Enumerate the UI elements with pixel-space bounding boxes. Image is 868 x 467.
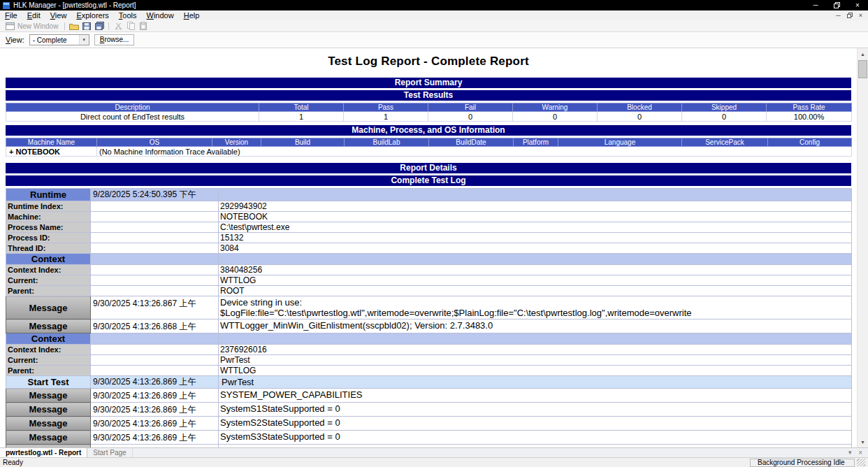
mdi-close-icon[interactable]: × [859, 13, 862, 19]
app-icon [3, 2, 10, 9]
column-header: Version [212, 138, 261, 147]
log-row-field: Process ID:15132 [6, 233, 852, 243]
machine-row: + NOTEBOOK(No Machine Information Trace … [6, 147, 852, 157]
menu-help[interactable]: Help [179, 11, 205, 20]
machine-name-expander[interactable]: + NOTEBOOK [6, 147, 97, 157]
vertical-scrollbar[interactable]: ▲ ▼ [857, 48, 868, 447]
app-window: HLK Manager - [pwrtestlog.wtl - Report] … [0, 0, 868, 467]
column-header: Pass Rate [767, 103, 852, 112]
cut-button[interactable] [112, 21, 124, 31]
result-cell: 0 [428, 112, 513, 122]
copy-button[interactable] [124, 21, 137, 31]
menu-explorers[interactable]: Explorers [71, 11, 113, 20]
browse-button[interactable]: Browse... [94, 34, 135, 45]
column-header: BuildLab [345, 138, 429, 147]
tabstrip-controls: ▼ × [847, 448, 868, 457]
log-row-starttest: Start Test9/30/2025 4:13:26.869 上午PwrTes… [6, 376, 852, 389]
menu-tools[interactable]: Tools [114, 11, 142, 20]
mdi-restore-icon[interactable] [847, 13, 853, 18]
menu-view[interactable]: View [45, 11, 72, 20]
log-value-cell [219, 189, 852, 201]
log-label-cell: Process Name: [6, 222, 91, 233]
menu-edit[interactable]: Edit [22, 11, 45, 20]
chevron-down-icon[interactable]: ▼ [79, 35, 89, 45]
log-time-cell: 9/30/2025 4:13:26.869 上午 [91, 445, 219, 448]
tab-start-page[interactable]: Start Page [87, 448, 132, 457]
column-header: Blocked [598, 103, 682, 112]
log-label-cell: Parent: [6, 286, 91, 296]
background-processing-text: Background Processing Idle [758, 459, 845, 466]
log-value-cell: PwrTest [219, 355, 852, 366]
log-value-cell: 2929943902 [219, 201, 852, 212]
log-label-cell: Runtime [6, 189, 91, 201]
result-cell: 1 [344, 112, 428, 122]
log-row-field: Thread ID:3084 [6, 243, 852, 254]
statusbar: Ready Background Processing Idle [0, 457, 868, 467]
log-row-message: Message9/30/2025 4:13:26.869 上午SYSTEM_PO… [6, 389, 852, 403]
machine-info-header: Machine, Process, and OS Information [6, 125, 851, 136]
restore-button[interactable] [826, 0, 847, 10]
log-label-cell: Context [6, 254, 91, 265]
column-header: Fail [428, 103, 513, 112]
column-header: Description [6, 103, 259, 112]
log-time-cell [91, 366, 219, 376]
column-header: BuildDate [429, 138, 514, 147]
log-row-section: Context [6, 333, 852, 345]
log-value-cell: SystemS4StateSupported = 1 [219, 445, 852, 448]
log-value-cell: 384048256 [219, 265, 852, 275]
log-row-field: Current:WTTLOG [6, 275, 852, 286]
log-value-cell: SystemS2StateSupported = 0 [219, 417, 852, 431]
close-button[interactable]: × [847, 0, 868, 10]
column-header: Build [261, 138, 345, 147]
log-time-cell [91, 212, 219, 222]
log-label-cell: Context Index: [6, 265, 91, 275]
column-header: OS [97, 138, 212, 147]
log-row-message: Message9/30/2025 4:13:26.869 上午SystemS2S… [6, 417, 852, 431]
open-file-button[interactable] [68, 21, 80, 31]
window-title: HLK Manager - [pwrtestlog.wtl - Report] [13, 1, 136, 9]
column-header: Config [768, 138, 852, 147]
log-time-cell: 9/28/2025 5:24:50.395 下午 [91, 189, 219, 201]
document-tabstrip: pwrtestlog.wtl - ReportStart Page ▼ × [0, 447, 868, 457]
tab-pwrtestlog-wtl-report[interactable]: pwrtestlog.wtl - Report [0, 448, 87, 457]
mdi-minimize-icon[interactable]: ─ [836, 13, 840, 19]
log-row-field: Context Index:384048256 [6, 265, 852, 275]
minimize-button[interactable]: ─ [805, 0, 826, 10]
save-all-button[interactable] [93, 21, 106, 31]
machine-header-row: Machine NameOSVersionBuildBuildLabBuildD… [6, 138, 852, 147]
tabstrip-tabs: pwrtestlog.wtl - ReportStart Page [0, 448, 133, 457]
background-processing-panel: Background Processing Idle [750, 459, 855, 467]
log-time-cell [91, 286, 219, 296]
machine-info-table: Machine NameOSVersionBuildBuildLabBuildD… [6, 138, 852, 157]
report-details-header: Report Details [6, 163, 851, 173]
scrollbar-thumb[interactable] [858, 60, 867, 78]
log-label-cell: Message [6, 417, 91, 431]
log-label-cell: Current: [6, 275, 91, 286]
close-tab-icon[interactable]: × [858, 450, 862, 457]
log-value-cell [219, 333, 852, 345]
view-select[interactable]: - Complete ▼ [29, 34, 89, 45]
result-cell: 1 [259, 112, 344, 122]
log-time-cell [91, 265, 219, 275]
cut-icon [115, 22, 122, 30]
result-cell: Direct count of EndTest results [6, 112, 259, 122]
paste-button[interactable] [137, 21, 150, 31]
new-window-button[interactable]: New Window [2, 22, 62, 30]
tab-list-chevron-icon[interactable]: ▼ [847, 450, 853, 456]
log-label-cell: Message [6, 403, 91, 417]
log-label-cell: Process ID: [6, 233, 91, 243]
log-label-cell: Start Test [6, 376, 91, 389]
menu-file[interactable]: File [0, 11, 22, 20]
scroll-down-arrow-icon[interactable]: ▼ [858, 436, 868, 447]
test-results-header-row: DescriptionTotalPassFailWarningBlockedSk… [6, 103, 852, 112]
new-window-label: New Window [17, 22, 58, 30]
toolbar-separator [64, 22, 65, 30]
complete-test-log-header: Complete Test Log [6, 175, 851, 186]
scroll-up-arrow-icon[interactable]: ▲ [858, 48, 868, 59]
resize-grip[interactable] [857, 459, 865, 466]
log-row-field: Process Name:C:\test\pwrtest.exe [6, 222, 852, 233]
menu-window[interactable]: Window [142, 11, 179, 20]
save-button[interactable] [80, 21, 93, 31]
log-value-cell [219, 254, 852, 265]
new-window-icon [6, 22, 15, 30]
